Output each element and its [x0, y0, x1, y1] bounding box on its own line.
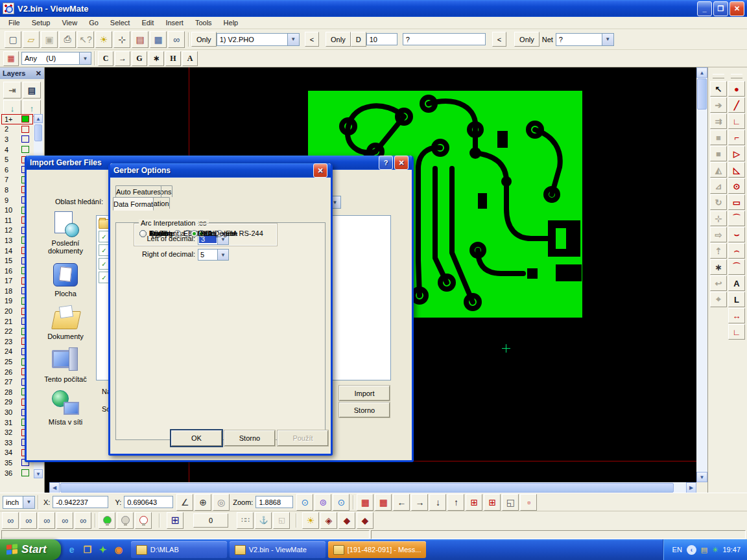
- save-button[interactable]: ▣: [41, 31, 58, 48]
- rotate-button[interactable]: ↻: [710, 194, 727, 210]
- only-layer-button[interactable]: Only: [191, 32, 217, 47]
- close-button[interactable]: ✕: [729, 1, 744, 16]
- radio-icon[interactable]: [139, 230, 147, 237]
- draw-triangle-button[interactable]: ◺: [728, 162, 745, 178]
- right-of-decimal-combo[interactable]: 5 ▼: [198, 249, 229, 261]
- inspect-button[interactable]: ∞: [168, 31, 185, 48]
- layer-row[interactable]: 4: [1, 145, 33, 155]
- menu-item[interactable]: Help: [218, 18, 244, 28]
- grid-add-button[interactable]: ⊞: [466, 494, 482, 511]
- pan-right-button[interactable]: →: [411, 494, 428, 511]
- toolbar-gripper[interactable]: [713, 74, 724, 78]
- draw-end-button[interactable]: ∟: [728, 324, 745, 340]
- menu-item[interactable]: Setup: [26, 18, 56, 28]
- draw-line-button[interactable]: ╱: [728, 97, 745, 113]
- dcode-list-button[interactable]: ▤: [132, 31, 148, 48]
- gerber-dialog-titlebar[interactable]: Gerber Options ✕: [110, 163, 331, 178]
- selection-mode-button[interactable]: ▦: [3, 51, 19, 66]
- draw-arc4-button[interactable]: ⌒: [728, 259, 745, 275]
- start-button[interactable]: Start: [0, 539, 61, 560]
- layer-color-swatch[interactable]: [21, 115, 29, 122]
- minimize-button[interactable]: _: [697, 1, 712, 16]
- canvas-horizontal-scrollbar[interactable]: ◀ ▶: [49, 482, 696, 493]
- layer-row[interactable]: 1+: [1, 114, 33, 124]
- tray-app-icon[interactable]: ✳: [712, 546, 718, 554]
- zoom-grid-button[interactable]: ⊚: [314, 494, 331, 511]
- menu-item[interactable]: Edit: [136, 18, 160, 28]
- taskbar-task[interactable]: D:\MLAB: [131, 541, 227, 558]
- chevron-down-icon[interactable]: ▼: [602, 34, 613, 45]
- aperture-table-button[interactable]: ⊞: [167, 512, 184, 529]
- menu-item[interactable]: File: [3, 18, 26, 28]
- zoom-window-button[interactable]: ⊙: [333, 494, 350, 511]
- canvas-vertical-scrollbar[interactable]: ▲ ▼: [696, 67, 707, 482]
- draw-rect-button[interactable]: ▭: [728, 194, 745, 210]
- grid-double-button[interactable]: ▦: [375, 494, 392, 511]
- layer-row[interactable]: 3: [1, 134, 33, 145]
- chevron-down-icon[interactable]: ▼: [287, 34, 299, 45]
- scroll-thumb[interactable]: [34, 124, 42, 141]
- select-text-button[interactable]: A: [182, 51, 198, 66]
- fill-box2-button[interactable]: ■: [710, 146, 727, 161]
- scroll-up-icon[interactable]: ▲: [696, 67, 707, 78]
- pad-corner-button[interactable]: ◆: [357, 512, 374, 529]
- layer-color-swatch[interactable]: [21, 135, 29, 143]
- layers-panel-titlebar[interactable]: Layers ✕: [0, 67, 44, 79]
- draw-arc3-button[interactable]: ⌢: [728, 243, 745, 259]
- menu-item[interactable]: Insert: [160, 18, 189, 28]
- chevron-down-icon[interactable]: ▼: [217, 250, 228, 260]
- pad-mode-button[interactable]: ◈: [320, 512, 337, 529]
- layer-row[interactable]: 36: [1, 468, 33, 478]
- quick-green-icon[interactable]: ✦: [97, 544, 109, 555]
- menu-item[interactable]: Go: [83, 18, 104, 28]
- zoom-field[interactable]: 1.8868: [255, 496, 293, 508]
- scroll-thumb[interactable]: [697, 78, 707, 110]
- draw-pad-button[interactable]: ●: [728, 81, 745, 97]
- copy-selection-button[interactable]: ⇉: [710, 113, 727, 129]
- to-layer-button[interactable]: ⇨: [710, 227, 727, 242]
- close-button[interactable]: ✕: [313, 163, 327, 178]
- place-desktop[interactable]: Plocha: [36, 262, 95, 298]
- prev-net-button[interactable]: <: [492, 32, 506, 47]
- layer-color-swatch[interactable]: [21, 469, 29, 476]
- quick-ie-icon[interactable]: e: [66, 544, 78, 555]
- print-button[interactable]: ⎙: [59, 31, 76, 48]
- mirror-v-button[interactable]: ◭: [710, 162, 727, 178]
- language-indicator[interactable]: EN: [672, 546, 682, 554]
- layer-color-swatch[interactable]: [21, 126, 29, 133]
- cancel-button[interactable]: Storno: [339, 402, 390, 417]
- pan-up-button[interactable]: ↑: [447, 494, 464, 511]
- undo-button[interactable]: ↩: [710, 275, 727, 291]
- draw-arc1-button[interactable]: ⌒: [728, 211, 745, 226]
- chevron-down-icon[interactable]: ▼: [79, 52, 91, 64]
- step-repeat-button[interactable]: ⇡: [710, 243, 727, 259]
- settings-button[interactable]: ∗: [710, 259, 727, 275]
- select-traces-button[interactable]: →: [115, 51, 130, 66]
- tab[interactable]: Auto Features: [115, 185, 161, 197]
- radio-option[interactable]: 360 Degree: [191, 229, 238, 237]
- scroll-left-icon[interactable]: ◀: [49, 482, 60, 493]
- menu-item[interactable]: Tools: [189, 18, 218, 28]
- dot-select-button[interactable]: ▫: [520, 494, 537, 511]
- draw-circle-button[interactable]: ⊙: [728, 178, 745, 194]
- vector-move-button[interactable]: ◱: [273, 512, 290, 529]
- place-network[interactable]: Místa v síti: [36, 390, 95, 426]
- toolbar-gripper[interactable]: [731, 74, 742, 78]
- view-trace-button[interactable]: ∞: [56, 512, 73, 529]
- resize-select-button[interactable]: ◱: [502, 494, 519, 511]
- draw-fan-button[interactable]: ▷: [728, 146, 745, 161]
- open-button[interactable]: ▱: [23, 31, 40, 48]
- draw-arc2-button[interactable]: ⌣: [728, 227, 745, 242]
- layer-table-button[interactable]: ▤: [23, 82, 41, 99]
- only-dcode-button[interactable]: Only: [326, 32, 351, 47]
- ok-button[interactable]: OK: [171, 430, 222, 446]
- cancel-button[interactable]: Storno: [224, 430, 275, 446]
- dock-layers-button[interactable]: ⇥: [3, 82, 21, 99]
- view-lines-button[interactable]: ∞: [20, 512, 37, 529]
- select-cursor-button[interactable]: ↖: [710, 81, 727, 97]
- scroll-right-icon[interactable]: ▶: [686, 482, 696, 493]
- pan-left-button[interactable]: ←: [393, 494, 410, 511]
- grid-show-button[interactable]: ▦: [357, 494, 374, 511]
- highlight-on-button[interactable]: [99, 512, 115, 529]
- taskbar-task[interactable]: V2.bin - ViewMate: [230, 541, 326, 558]
